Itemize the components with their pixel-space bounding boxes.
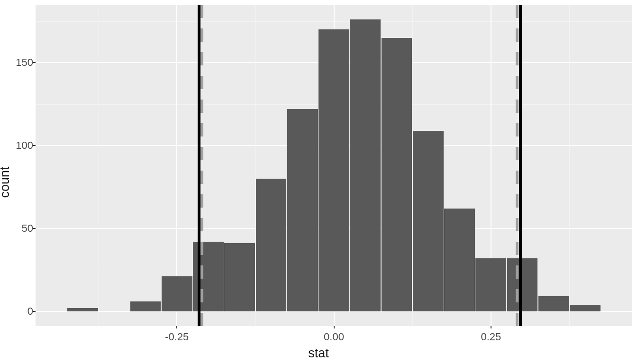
histogram-bar bbox=[382, 38, 412, 311]
histogram-bar bbox=[507, 258, 538, 311]
histogram-bar bbox=[538, 296, 569, 311]
histogram-bar bbox=[256, 179, 287, 311]
y-tick-label: 50 bbox=[5, 222, 33, 235]
histogram-bar bbox=[162, 276, 192, 311]
y-tick-label: 150 bbox=[5, 56, 33, 69]
y-tick-mark bbox=[33, 62, 36, 63]
histogram-bar bbox=[413, 131, 444, 311]
y-tick-mark bbox=[33, 228, 36, 229]
y-tick-label: 100 bbox=[5, 139, 33, 152]
x-tick-mark bbox=[491, 326, 491, 328]
x-tick-label: 0.00 bbox=[324, 331, 344, 343]
x-tick-mark bbox=[334, 326, 335, 328]
histogram-bar bbox=[318, 29, 349, 311]
x-tick-label: 0.25 bbox=[481, 331, 501, 343]
reference-line-solid bbox=[198, 5, 200, 326]
histogram-bar bbox=[224, 243, 255, 311]
histogram-bar bbox=[570, 305, 601, 311]
y-tick-mark bbox=[33, 311, 36, 312]
histogram-bar bbox=[67, 308, 98, 311]
x-axis-title: stat bbox=[0, 346, 637, 361]
histogram-bar bbox=[444, 209, 475, 311]
histogram-bar bbox=[287, 109, 318, 311]
y-tick-mark bbox=[33, 145, 36, 146]
grid-minor-v bbox=[569, 5, 570, 326]
histogram-chart: count stat 050100150 -0.250.000.25 bbox=[0, 0, 637, 364]
y-axis-title-text: count bbox=[0, 166, 12, 198]
grid-minor-v bbox=[99, 5, 99, 326]
y-tick-label: 0 bbox=[5, 305, 33, 318]
plot-panel bbox=[36, 5, 632, 326]
reference-line-solid bbox=[519, 5, 522, 326]
histogram-bar bbox=[475, 258, 506, 311]
histogram-bar bbox=[350, 19, 381, 311]
x-axis-title-text: stat bbox=[308, 346, 329, 360]
x-tick-mark bbox=[176, 326, 177, 328]
reference-line-dashed bbox=[200, 5, 203, 326]
histogram-bar bbox=[130, 301, 161, 311]
reference-line-dashed bbox=[516, 5, 519, 326]
x-tick-label: -0.25 bbox=[165, 331, 189, 343]
